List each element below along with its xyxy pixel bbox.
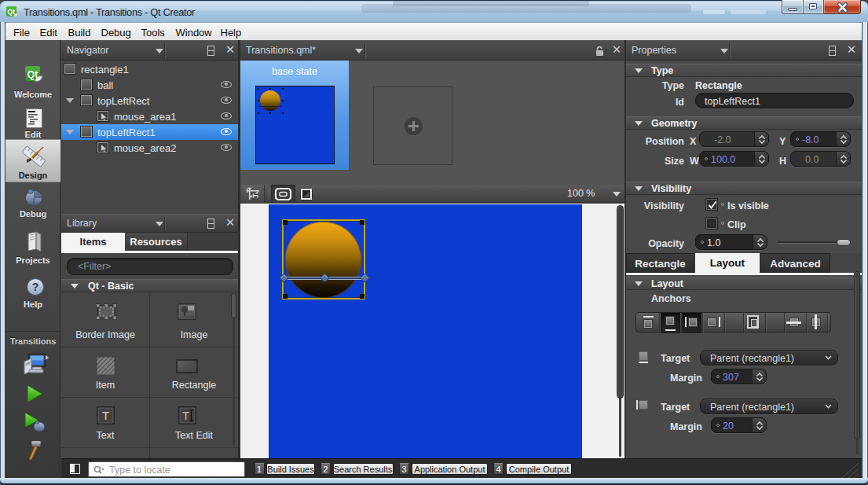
svg-text:T: T: [102, 409, 109, 422]
svg-text:?: ?: [32, 281, 39, 293]
svg-text:T: T: [182, 409, 189, 422]
svg-text:Qt: Qt: [7, 8, 15, 16]
